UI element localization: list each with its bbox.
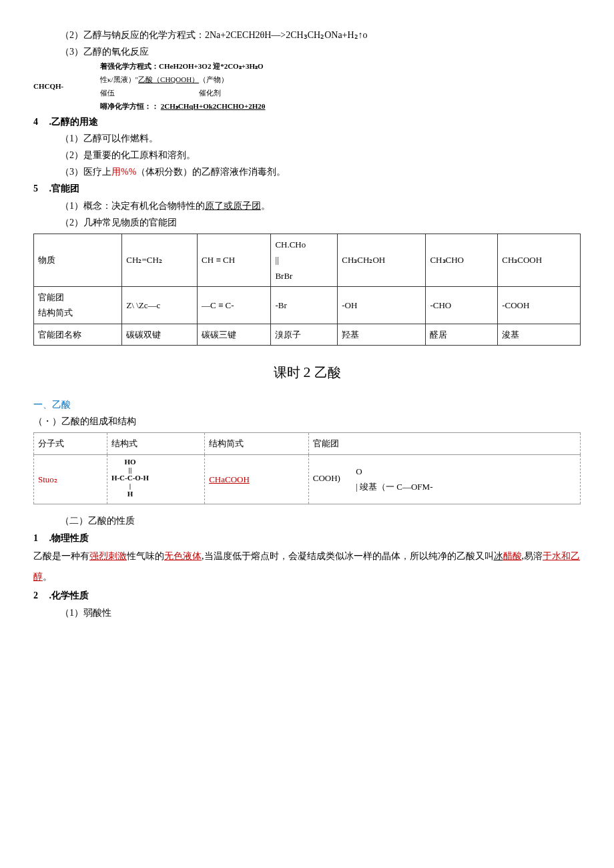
- formula-text: Stuo₂: [38, 474, 57, 484]
- oxidation-line4b: 2CH₃CHqH+Ok2CHCHO+2H2θ: [161, 102, 266, 110]
- section-4-p3b: 用%%: [111, 167, 136, 177]
- table-cell: —C ≡ C-: [198, 287, 271, 324]
- lesson-title: 课时 2 乙酸: [33, 359, 581, 386]
- section-4-p3a: （3）医疗上: [60, 167, 111, 177]
- oxidation-line2c: （产物）: [199, 75, 228, 83]
- functional-group-table: 物质 CH₂=CH₂ CH ≡ CH CH.CHo || BrBr CH₃CH₂…: [33, 234, 581, 346]
- section-1b-heading: 1 .物理性质: [33, 530, 581, 546]
- table-cell: -OH: [338, 287, 426, 324]
- section-2b-p1: （1）弱酸性: [33, 604, 581, 621]
- table-cell: 结构简式: [205, 433, 309, 454]
- table-cell: CH ≡ CH: [198, 234, 271, 286]
- table-cell: 溴原子: [271, 324, 338, 345]
- section-5-p1c: 。: [261, 201, 270, 211]
- section-5-heading: 5 .官能团: [33, 180, 581, 197]
- oxidation-line3: 催伍 催化剂: [100, 87, 581, 100]
- text-b: 强烈刺激: [89, 551, 127, 561]
- item-2-label: （2）乙醇与钠反应的化学方程式：: [60, 30, 205, 40]
- struct-line: HO: [111, 458, 149, 466]
- table-cell: 官能团名称: [34, 324, 122, 345]
- text-e: ,当温度低于熔点时，会凝结成类似冰一样的晶体，所以纯净的乙酸又叫: [202, 551, 494, 561]
- oxidation-line2: 性κ/黑液）"乙酸（CHQOOH）（产物）: [100, 73, 581, 87]
- item-3-label: （3）乙醇的氧化反应: [60, 47, 149, 57]
- section-5-p2: （2）几种常见物质的官能团: [33, 214, 581, 231]
- item-2-equation: 2Na+2CECH2θH—>2CH₃CH₂ONa+H₂↑o: [205, 30, 368, 40]
- table-row: 官能团名称 碳碳双键 碳碳三键 溴原子 羟基 醛居 浚基: [34, 324, 581, 345]
- acetic-acid-table: 分子式 结构式 结构简式 官能团 Stuo₂ HO || H-C-C-O-H |…: [33, 432, 581, 504]
- text-d: 无色液体: [164, 551, 202, 561]
- section-4-p1: （1）乙醇可以作燃料。: [33, 130, 581, 147]
- section-5-p1b: 原了或原子团: [205, 201, 261, 211]
- oxidation-line2a: 性κ/黑液）": [100, 75, 138, 83]
- section-1b-paragraph: 乙酸是一种有强烈刺激性气味的无色液体,当温度低于熔点时，会凝结成类似冰一样的晶体…: [33, 546, 581, 588]
- section-4-p3c: （体积分数）的乙醇溶液作消毒剂。: [136, 167, 286, 177]
- table-cell: 官能团: [308, 433, 580, 454]
- table-cell: 碳碳双键: [122, 324, 198, 345]
- oxidation-line3a: 催伍: [100, 89, 115, 97]
- table-cell: -COOH: [498, 287, 581, 324]
- section-4-p2: （2）是重要的化工原料和溶剂。: [33, 147, 581, 163]
- group-label-b: O | 竣基（一 C—OFM-: [356, 464, 432, 495]
- table-cell: 结构式: [107, 433, 204, 454]
- table-cell: -Br: [271, 287, 338, 324]
- table-cell: 醛居: [426, 324, 498, 345]
- section-4-num: 4: [33, 113, 47, 130]
- oxidation-line2b: 乙酸（CHQOOH）: [138, 75, 199, 83]
- table-cell: Z\ \Zc—c: [122, 287, 198, 324]
- text-j: 。: [43, 572, 52, 582]
- table-cell: CH₃CHO: [426, 234, 498, 286]
- table-cell: 官能团 结构简式: [34, 287, 122, 324]
- text-g: 醋酸: [503, 551, 522, 561]
- item-3: （3）乙醇的氧化反应: [33, 43, 581, 60]
- item-2: （2）乙醇与钠反应的化学方程式：2Na+2CECH2θH—>2CH₃CH₂ONa…: [33, 27, 581, 43]
- section-4-p3: （3）医疗上用%%（体积分数）的乙醇溶液作消毒剂。: [33, 163, 581, 180]
- table-cell: CH₃COOH: [498, 234, 581, 286]
- table-cell: 羟基: [338, 324, 426, 345]
- section-1b-num: 1: [33, 530, 47, 546]
- oxidation-line1-text: 着强化学方程式：CHeH2OH+3O2 迎*2CO₂+3H₂O: [100, 62, 264, 70]
- text-a: 乙酸是一种有: [33, 551, 89, 561]
- table-row: 分子式 结构式 结构简式 官能团: [34, 433, 581, 454]
- section-2b-heading: 2 .化学性质: [33, 587, 581, 604]
- table-cell: CH.CHo || BrBr: [271, 234, 338, 286]
- table-cell: 浚基: [498, 324, 581, 345]
- section-a-sub1: （・）乙酸的组成和结构: [33, 413, 581, 430]
- condensed-formula: CHaCOOH: [209, 474, 250, 484]
- oxidation-line4: 嘚净化学方恒：： 2CH₃CHqH+Ok2CHCHO+2H2θ: [100, 100, 581, 113]
- text-c: 性气味的: [127, 551, 164, 561]
- lesson-title-c: 乙酸: [311, 365, 341, 380]
- table-cell: COOH) O | 竣基（一 C—OFM-: [308, 454, 580, 504]
- table-cell: CHaCOOH: [205, 454, 309, 504]
- section-b-heading: （二）乙酸的性质: [33, 512, 581, 529]
- lesson-title-a: 课时: [274, 365, 304, 380]
- oxidation-line1: 着强化学方程式：CHeH2OH+3O2 迎*2CO₂+3H₂O: [100, 60, 581, 73]
- section-a-heading: 一、乙酸: [33, 396, 581, 413]
- section-5-p1: （1）概念：决定有机化合物特性的原了或原子团。: [33, 197, 581, 214]
- oxidation-line3b: 催化剂: [199, 89, 221, 97]
- table-cell: CH₂=CH₂: [122, 234, 198, 286]
- oxidation-block: CHCQH- 着强化学方程式：CHeH2OH+3O2 迎*2CO₂+3H₂O 性…: [33, 60, 581, 113]
- table-cell: 分子式: [34, 433, 107, 454]
- section-4-heading: 4 .乙醇的用途: [33, 113, 581, 130]
- group-label-a: COOH): [313, 473, 340, 483]
- section-5-title: .官能团: [49, 183, 80, 193]
- table-cell: Stuo₂: [34, 454, 107, 504]
- lesson-title-num: 2: [304, 364, 311, 380]
- table-cell: 物质: [34, 234, 122, 286]
- table-cell: 碳碳三键: [198, 324, 271, 345]
- section-4-title: .乙醇的用途: [49, 117, 99, 127]
- table-cell: HO || H-C-C-O-H | H: [107, 454, 204, 504]
- text-f: 冰: [494, 551, 503, 561]
- structural-formula: HO || H-C-C-O-H | H: [111, 458, 149, 498]
- oxidation-left-label: CHCQH-: [33, 80, 63, 93]
- section-2b-num: 2: [33, 587, 47, 604]
- oxidation-line4a: 嘚净化学方恒：：: [100, 102, 159, 110]
- struct-line: H-C-C-O-H: [111, 474, 149, 482]
- table-row: 物质 CH₂=CH₂ CH ≡ CH CH.CHo || BrBr CH₃CH₂…: [34, 234, 581, 286]
- text-h: ,易溶: [522, 551, 543, 561]
- section-5-p1a: （1）概念：决定有机化合物特性的: [60, 201, 205, 211]
- table-cell: -CHO: [426, 287, 498, 324]
- table-row: 官能团 结构简式 Z\ \Zc—c —C ≡ C- -Br -OH -CHO -…: [34, 287, 581, 324]
- struct-line: H: [111, 490, 149, 498]
- struct-line: ||: [111, 466, 149, 474]
